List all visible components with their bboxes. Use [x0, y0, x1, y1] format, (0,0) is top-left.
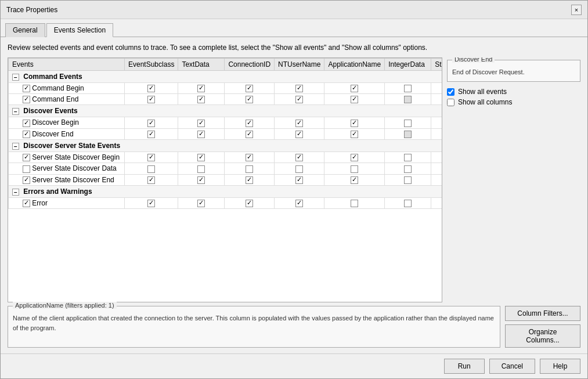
cb[interactable] [147, 120, 155, 127]
cell[interactable] [324, 163, 385, 174]
cell[interactable] [125, 198, 178, 209]
cb[interactable] [295, 120, 303, 127]
cell[interactable] [178, 117, 225, 128]
cell[interactable] [225, 163, 275, 174]
cell[interactable] [225, 82, 275, 93]
cell[interactable] [385, 174, 431, 185]
show-all-events-checkbox[interactable] [447, 88, 454, 96]
cb[interactable] [147, 131, 155, 138]
row-checkbox-ssdd[interactable] [23, 165, 30, 173]
cb[interactable] [147, 176, 155, 184]
expand-command-events[interactable]: − [12, 74, 19, 81]
cell[interactable] [431, 163, 442, 174]
cell[interactable] [225, 174, 275, 185]
close-button[interactable]: × [571, 5, 582, 15]
cb[interactable] [404, 200, 412, 207]
cell[interactable] [125, 163, 178, 174]
cell[interactable] [275, 163, 324, 174]
cb[interactable] [295, 154, 303, 161]
cb[interactable] [197, 165, 205, 173]
cb[interactable] [295, 176, 303, 184]
cb[interactable] [246, 154, 253, 161]
cell[interactable] [225, 128, 275, 139]
cb[interactable] [246, 96, 253, 103]
cell[interactable] [125, 174, 178, 185]
cell[interactable] [324, 152, 385, 163]
cb[interactable] [404, 96, 412, 103]
row-checkbox-command-begin[interactable] [23, 85, 30, 92]
cell[interactable] [225, 198, 275, 209]
cb[interactable] [197, 176, 205, 184]
cb[interactable] [404, 120, 412, 127]
cb[interactable] [147, 165, 155, 173]
cb[interactable] [197, 200, 205, 207]
cb[interactable] [246, 176, 253, 184]
help-button[interactable]: Help [540, 359, 580, 374]
cell[interactable] [324, 117, 385, 128]
cell[interactable] [178, 163, 225, 174]
cell[interactable] [324, 94, 385, 105]
cell[interactable] [178, 152, 225, 163]
row-checkbox-error[interactable] [23, 200, 30, 207]
expand-errors-warnings[interactable]: − [12, 189, 19, 196]
cell[interactable] [275, 117, 324, 128]
cb[interactable] [197, 154, 205, 161]
expand-discover-server-state[interactable]: − [12, 143, 19, 150]
cell[interactable] [125, 128, 178, 139]
events-table-container[interactable]: Events EventSubclass TextData Connection… [8, 57, 442, 302]
cell[interactable] [178, 82, 225, 93]
organize-columns-button[interactable]: Organize Columns... [505, 324, 580, 348]
cb[interactable] [295, 96, 303, 103]
cell[interactable] [275, 174, 324, 185]
cell[interactable] [275, 94, 324, 105]
cell[interactable] [178, 198, 225, 209]
cb[interactable] [351, 131, 358, 138]
tab-events-selection[interactable]: Events Selection [46, 23, 113, 37]
cell[interactable] [431, 117, 442, 128]
cb[interactable] [404, 85, 412, 92]
cb[interactable] [351, 154, 358, 161]
cb[interactable] [246, 131, 253, 138]
cell[interactable] [385, 152, 431, 163]
cell[interactable] [275, 152, 324, 163]
cb[interactable] [404, 165, 412, 173]
cb[interactable] [404, 131, 412, 138]
cb[interactable] [404, 154, 412, 161]
cell[interactable] [275, 198, 324, 209]
cell[interactable] [125, 117, 178, 128]
cell[interactable] [385, 128, 431, 139]
tab-general[interactable]: General [5, 23, 45, 37]
cell[interactable] [178, 128, 225, 139]
cb[interactable] [246, 165, 253, 173]
cell[interactable] [385, 94, 431, 105]
cb[interactable] [197, 131, 205, 138]
cb[interactable] [197, 120, 205, 127]
cb[interactable] [246, 200, 253, 207]
cell[interactable] [178, 174, 225, 185]
cell[interactable] [275, 128, 324, 139]
cb[interactable] [351, 200, 358, 207]
cb[interactable] [295, 131, 303, 138]
cell[interactable] [431, 152, 442, 163]
cell[interactable] [324, 174, 385, 185]
cell[interactable] [385, 163, 431, 174]
cell[interactable] [275, 82, 324, 93]
row-checkbox-ssdb[interactable] [23, 154, 30, 161]
cb[interactable] [147, 200, 155, 207]
cell[interactable] [385, 198, 431, 209]
cb[interactable] [404, 176, 412, 184]
cell[interactable] [431, 174, 442, 185]
show-all-columns-checkbox[interactable] [447, 99, 454, 106]
cb[interactable] [351, 120, 358, 127]
column-filters-button[interactable]: Column Filters... [505, 306, 580, 321]
cell[interactable] [125, 94, 178, 105]
cell[interactable] [125, 152, 178, 163]
cell[interactable] [431, 128, 442, 139]
cell[interactable] [125, 82, 178, 93]
cb[interactable] [147, 154, 155, 161]
cell[interactable] [178, 94, 225, 105]
row-checkbox-discover-end[interactable] [23, 131, 30, 138]
cb[interactable] [295, 165, 303, 173]
cell[interactable] [225, 117, 275, 128]
cancel-button[interactable]: Cancel [489, 359, 535, 374]
